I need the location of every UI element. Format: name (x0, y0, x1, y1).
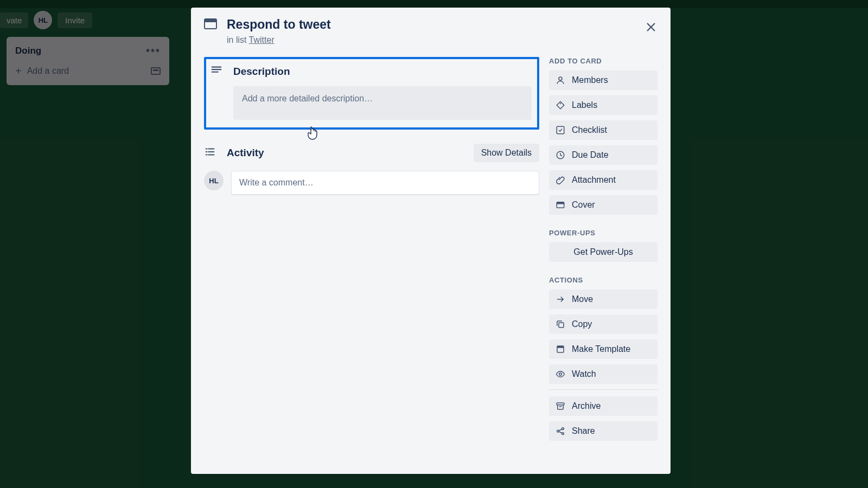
close-button[interactable] (641, 17, 661, 37)
actions-divider (549, 389, 658, 390)
svg-rect-1 (205, 19, 216, 22)
svg-rect-4 (557, 126, 564, 134)
cursor-pointer-icon (307, 126, 318, 140)
card-modal: Respond to tweet in list Twitter Descrip… (191, 8, 671, 474)
check-icon (556, 125, 565, 135)
add-due-date-button[interactable]: Due Date (549, 145, 658, 165)
svg-rect-7 (557, 202, 564, 204)
power-ups-group: POWER-UPS Get Power-Ups (549, 229, 658, 262)
power-ups-heading: POWER-UPS (549, 229, 658, 237)
template-icon (556, 344, 565, 354)
tag-icon (556, 100, 565, 110)
svg-point-11 (559, 373, 562, 376)
list-link[interactable]: Twitter (249, 35, 275, 44)
svg-point-2 (559, 77, 562, 80)
show-details-button[interactable]: Show Details (474, 144, 539, 162)
attach-icon (556, 175, 565, 185)
actions-group: ACTIONS MoveCopyMake TemplateWatch Archi… (549, 276, 658, 441)
add-labels-button[interactable]: Labels (549, 95, 658, 115)
copy-icon (556, 319, 565, 329)
share-icon (556, 426, 565, 436)
card-list-location: in list Twitter (227, 35, 658, 45)
add-cover-button[interactable]: Cover (549, 195, 658, 215)
clock-icon (556, 150, 565, 160)
comment-avatar[interactable]: HL (204, 171, 224, 190)
arrow-icon (556, 294, 565, 304)
archive-button[interactable]: Archive (549, 396, 658, 416)
action-move-button[interactable]: Move (549, 290, 658, 309)
eye-icon (556, 369, 565, 379)
add-attachment-button[interactable]: Attachment (549, 170, 658, 190)
description-heading: Description (233, 66, 290, 78)
activity-icon (204, 146, 219, 160)
cover-icon (556, 200, 565, 210)
action-copy-button[interactable]: Copy (549, 314, 658, 334)
activity-heading: Activity (227, 147, 264, 159)
description-icon (210, 65, 226, 79)
svg-rect-12 (557, 403, 564, 405)
action-make-template-button[interactable]: Make Template (549, 339, 658, 359)
add-to-card-group: ADD TO CARD MembersLabelsChecklistDue Da… (549, 57, 658, 215)
add-to-card-heading: ADD TO CARD (549, 57, 658, 65)
svg-point-3 (560, 103, 561, 104)
description-section-highlighted: Description Add a more detailed descript… (204, 57, 539, 130)
share-button[interactable]: Share (549, 421, 658, 441)
get-power-ups-button[interactable]: Get Power-Ups (549, 242, 658, 262)
svg-rect-8 (559, 323, 564, 328)
comment-input[interactable]: Write a comment… (231, 171, 539, 195)
svg-rect-10 (557, 346, 564, 348)
action-watch-button[interactable]: Watch (549, 364, 658, 384)
close-icon (645, 21, 657, 33)
archive-icon (556, 401, 565, 411)
card-icon (204, 18, 219, 31)
description-input[interactable]: Add a more detailed description… (233, 86, 532, 120)
card-title[interactable]: Respond to tweet (227, 17, 331, 32)
add-members-button[interactable]: Members (549, 70, 658, 90)
add-checklist-button[interactable]: Checklist (549, 120, 658, 140)
actions-heading: ACTIONS (549, 276, 658, 284)
user-icon (556, 75, 565, 85)
